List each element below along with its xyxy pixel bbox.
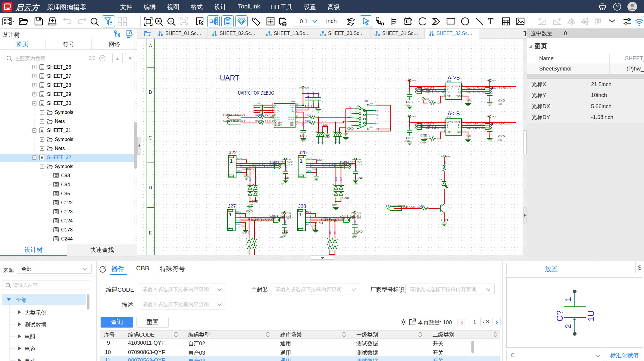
svg-text:GND: GND [441, 218, 448, 222]
svg-text:GND: GND [356, 230, 363, 233]
svg-text:3V3: 3V3 [281, 212, 284, 214]
svg-text:UART0_TXD_3V3: UART0_TXD_3V3 [466, 86, 486, 89]
svg-text:GND: GND [281, 182, 286, 185]
svg-text:D: D [148, 185, 152, 190]
svg-text:UART0_RXD_3V3: UART0_RXD_3V3 [223, 119, 245, 122]
svg-text:D19: D19 [255, 177, 257, 181]
svg-text:GND: GND [497, 139, 502, 141]
svg-text:PWR: PWR [286, 212, 291, 214]
svg-text:GND: GND [406, 136, 413, 140]
svg-text:J27: J27 [228, 204, 236, 209]
svg-text:7: 7 [296, 118, 297, 120]
svg-text:PWR: PWR [357, 212, 361, 214]
svg-text:3V3: 3V3 [282, 158, 285, 160]
svg-text:B2: B2 [458, 126, 461, 129]
svg-text:C234: C234 [302, 121, 304, 127]
svg-text:5: 5 [349, 106, 351, 108]
svg-text:D8: D8 [439, 178, 442, 180]
svg-text:R367: R367 [429, 99, 434, 102]
svg-text:2: 2 [349, 118, 351, 121]
svg-text:GND: GND [347, 127, 354, 130]
svg-text:A2: A2 [447, 126, 449, 129]
svg-text:J28: J28 [298, 204, 306, 209]
svg-text:C2-: C2- [275, 111, 278, 114]
svg-text:GND: GND [405, 104, 410, 107]
svg-text:PWR: PWR [411, 115, 416, 118]
svg-text:GND: GND [282, 230, 288, 233]
svg-text:3V3: 3V3 [441, 155, 444, 157]
svg-text:3V3: 3V3 [351, 212, 355, 214]
svg-text:UART1_TXD_3V3: UART1_TXD_3V3 [466, 91, 486, 93]
svg-text:C95: C95 [355, 167, 357, 171]
svg-text:PWR: PWR [492, 80, 496, 82]
svg-text:VCCB: VCCB [455, 85, 461, 88]
svg-text:GND: GND [317, 158, 324, 162]
svg-text:3V3: 3V3 [405, 115, 409, 118]
svg-text:GND: GND [343, 133, 348, 136]
svg-text:R362: R362 [258, 114, 264, 116]
svg-text:1: 1 [564, 297, 573, 301]
svg-text:D10: D10 [335, 138, 337, 142]
svg-text:J22: J22 [229, 150, 237, 155]
svg-text:D08: D08 [248, 231, 250, 234]
svg-text:VCCB: VCCB [455, 121, 461, 124]
svg-text:R2IN: R2IN [289, 124, 294, 126]
svg-text:C?: C? [555, 310, 564, 322]
svg-text:Q1: Q1 [449, 207, 452, 210]
svg-text:UART0 FOR DEBUG: UART0 FOR DEBUG [238, 90, 274, 96]
svg-text:9: 9 [377, 110, 378, 112]
svg-text:J16: J16 [364, 100, 368, 102]
svg-text:GND: GND [353, 182, 358, 185]
svg-text:UART1_TXD_1V8: UART1_TXD_1V8 [425, 91, 445, 93]
svg-text:GND: GND [420, 141, 426, 144]
svg-text:UART1_RXD_3V3: UART1_RXD_3V3 [466, 127, 486, 129]
svg-text:C448: C448 [284, 220, 286, 225]
svg-text:PWR: PWR [305, 87, 309, 89]
svg-text:2: 2 [564, 324, 573, 328]
svg-text:GND: GND [290, 106, 294, 108]
svg-text:D11: D11 [335, 177, 337, 181]
svg-text:GND: GND [301, 139, 307, 142]
svg-text:GND: GND [313, 178, 318, 181]
svg-text:GND: GND [497, 103, 502, 105]
svg-text:GND: GND [280, 236, 286, 239]
svg-text:S: S [240, 19, 243, 23]
svg-text:UART0_RXD_3V3: UART0_RXD_3V3 [492, 122, 511, 125]
svg-text:3V3: 3V3 [299, 87, 303, 89]
svg-text:PWR: PWR [446, 155, 451, 157]
svg-text:GND: GND [305, 104, 312, 108]
svg-text:GND: GND [243, 174, 248, 177]
svg-text:D16: D16 [340, 177, 342, 181]
svg-text:M1: M1 [370, 126, 373, 128]
svg-text:3V3: 3V3 [352, 158, 355, 160]
svg-text:GND: GND [466, 99, 471, 102]
svg-text:D07: D07 [334, 231, 336, 234]
svg-text:UART: UART [220, 74, 239, 82]
svg-text:1U: 1U [586, 310, 596, 322]
svg-text:E: E [149, 230, 152, 235]
svg-text:C245: C245 [255, 109, 261, 112]
svg-text:GND: GND [324, 136, 330, 138]
svg-text:C244: C244 [255, 102, 261, 105]
svg-text:GND: GND [498, 135, 505, 138]
svg-text:A: A [149, 43, 152, 48]
svg-text:DIR: DIR [447, 95, 451, 98]
svg-text:GND: GND [357, 176, 363, 180]
svg-text:GND: GND [456, 95, 461, 98]
svg-text:C122: C122 [307, 92, 309, 97]
svg-text:7: 7 [377, 118, 378, 120]
svg-text:GND: GND [342, 196, 349, 199]
svg-text:GND: GND [498, 99, 505, 102]
svg-text:3V3: 3V3 [486, 80, 489, 82]
svg-text:C: C [148, 135, 152, 140]
svg-text:GND: GND [248, 203, 253, 206]
svg-text:D9: D9 [317, 139, 320, 142]
svg-text:GND: GND [312, 228, 317, 230]
svg-text:GND: GND [242, 232, 247, 235]
svg-text:3V3: 3V3 [405, 80, 409, 82]
svg-text:UART0_TXD_3V3: UART0_TXD_3V3 [223, 114, 245, 117]
svg-text:UART0_TXD_3V3: UART0_TXD_3V3 [492, 86, 511, 89]
svg-text:V-: V- [292, 111, 294, 113]
svg-text:T2OUT: T2OUT [288, 118, 295, 121]
svg-text:3V3: 3V3 [486, 115, 489, 118]
